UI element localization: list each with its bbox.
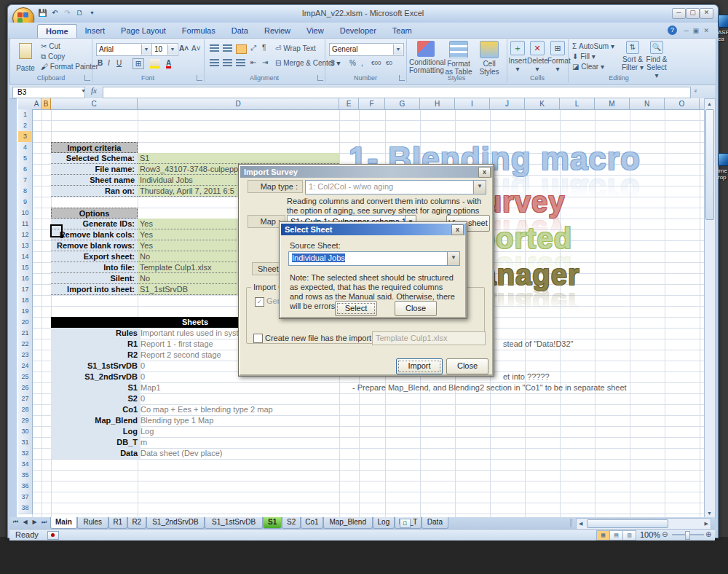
number-format-arrow-icon[interactable]: ▼ bbox=[393, 44, 403, 55]
row-header-36[interactable]: 36 bbox=[18, 481, 33, 492]
ribbon-tab-formulas[interactable]: Formulas bbox=[174, 24, 223, 38]
borders-icon[interactable]: ⊞ bbox=[132, 58, 144, 69]
font-color-icon[interactable]: A bbox=[166, 58, 171, 68]
row-header-16[interactable]: 16 bbox=[18, 273, 33, 285]
paste-button[interactable]: Paste bbox=[15, 42, 36, 71]
number-format-combo[interactable]: General▼ bbox=[329, 43, 404, 56]
create-new-file-textbox[interactable]: Template Culp1.xlsx bbox=[372, 331, 486, 345]
workbook-close-icon[interactable]: ✕ bbox=[703, 27, 709, 34]
row-header-31[interactable]: 31 bbox=[18, 437, 33, 449]
save-icon[interactable]: 💾 bbox=[37, 8, 48, 18]
row-header-23[interactable]: 23 bbox=[18, 350, 33, 361]
page-layout-view-button[interactable]: ▤ bbox=[609, 530, 623, 540]
row-header-13[interactable]: 13 bbox=[18, 240, 33, 252]
prev-sheet-icon[interactable]: ◀ bbox=[20, 517, 30, 527]
map-type-combo-arrow-icon[interactable]: ▼ bbox=[473, 181, 486, 194]
row-header-17[interactable]: 17 bbox=[18, 284, 33, 296]
ribbon-tab-insert[interactable]: Insert bbox=[77, 24, 114, 38]
accounting-format-icon[interactable]: $ ▾ bbox=[331, 58, 340, 68]
row-header-35[interactable]: 35 bbox=[18, 470, 33, 481]
vertical-scrollbar[interactable]: ▲ ▼ bbox=[704, 98, 716, 519]
horizontal-scrollbar[interactable]: ◀ ▶ bbox=[576, 518, 711, 530]
desktop-shortcut-icon[interactable] bbox=[718, 15, 728, 28]
column-header-h[interactable]: H bbox=[420, 98, 455, 110]
decrease-indent-icon[interactable]: ⇤ bbox=[250, 58, 256, 67]
desktop-shortcut-icon[interactable] bbox=[718, 153, 728, 166]
zoom-in-icon[interactable]: ⊕ bbox=[705, 530, 711, 538]
clipboard-dialog-launcher[interactable] bbox=[84, 75, 90, 81]
name-box-arrow-icon[interactable]: ▼ bbox=[81, 88, 86, 93]
import-survey-title-bar[interactable]: Import Survey x bbox=[240, 166, 492, 178]
row-header-5[interactable]: 5 bbox=[18, 153, 33, 165]
cut-button[interactable]: ✂ Cut bbox=[41, 42, 60, 51]
align-left-icon[interactable] bbox=[210, 59, 219, 67]
ribbon-tab-review[interactable]: Review bbox=[256, 24, 298, 38]
column-header-a[interactable]: A bbox=[32, 98, 41, 110]
expand-formula-bar-icon[interactable]: » bbox=[692, 89, 699, 92]
normal-view-button[interactable]: ▦ bbox=[596, 530, 610, 540]
formula-input[interactable] bbox=[103, 87, 691, 98]
row-header-11[interactable]: 11 bbox=[18, 219, 33, 230]
column-header-l[interactable]: L bbox=[560, 98, 595, 110]
row-header-18[interactable]: 18 bbox=[18, 295, 33, 307]
column-header-e[interactable]: E bbox=[339, 98, 359, 110]
autosum-button[interactable]: Σ AutoSum ▾ bbox=[572, 42, 614, 51]
row-header-22[interactable]: 22 bbox=[18, 339, 33, 350]
column-header-f[interactable]: F bbox=[359, 98, 385, 110]
ribbon-tab-team[interactable]: Team bbox=[384, 24, 420, 38]
decrease-decimal-icon[interactable]: €0 bbox=[386, 58, 392, 68]
conditional-formatting-button[interactable]: Conditional Formatting bbox=[409, 41, 443, 74]
copy-button[interactable]: ⧉ Copy bbox=[41, 52, 65, 61]
print-preview-icon[interactable]: 🗋 bbox=[74, 8, 85, 18]
last-sheet-icon[interactable]: ⏭ bbox=[39, 517, 49, 527]
column-header-d[interactable]: D bbox=[138, 98, 339, 110]
zoom-slider-thumb[interactable] bbox=[685, 531, 690, 540]
format-cells-button[interactable]: ⊞ Format ▾ bbox=[547, 41, 568, 73]
font-name-arrow-icon[interactable]: ▼ bbox=[141, 44, 151, 55]
row-header-19[interactable]: 19 bbox=[18, 306, 33, 318]
ribbon-tab-view[interactable]: View bbox=[298, 24, 332, 38]
sheet-tab-map_blend[interactable]: Map_Blend bbox=[323, 517, 373, 529]
horizontal-scroll-thumb[interactable] bbox=[587, 519, 668, 528]
sheet-tab-co1[interactable]: Co1 bbox=[301, 517, 323, 529]
column-header-b[interactable]: B bbox=[41, 98, 51, 110]
italic-icon[interactable]: I bbox=[108, 58, 110, 68]
row-header-2[interactable]: 2 bbox=[18, 120, 33, 132]
scroll-down-icon[interactable]: ▼ bbox=[707, 511, 712, 516]
ribbon-tab-developer[interactable]: Developer bbox=[332, 24, 384, 38]
percent-format-icon[interactable]: % bbox=[349, 58, 356, 68]
active-cell-b3[interactable] bbox=[50, 224, 63, 237]
row-header-3[interactable]: 3 bbox=[18, 131, 33, 143]
workbook-minimize-icon[interactable]: ─ bbox=[684, 27, 689, 34]
import-button[interactable]: Import bbox=[396, 358, 443, 374]
font-name-combo[interactable]: Arial▼ bbox=[96, 43, 152, 56]
scroll-left-icon[interactable]: ◀ bbox=[579, 521, 582, 527]
sheet-tab-s2[interactable]: S2 bbox=[282, 517, 301, 529]
fill-button[interactable]: ⬇ Fill ▾ bbox=[572, 52, 596, 61]
ribbon-tab-data[interactable]: Data bbox=[223, 24, 256, 38]
ribbon-tab-page-layout[interactable]: Page Layout bbox=[113, 24, 174, 38]
select-sheet-close-icon[interactable]: x bbox=[451, 224, 464, 235]
minimize-button[interactable]: ─ bbox=[672, 8, 686, 19]
row-header-38[interactable]: 38 bbox=[18, 503, 33, 514]
scroll-right-icon[interactable]: ▶ bbox=[705, 521, 708, 527]
bold-icon[interactable]: B bbox=[98, 58, 103, 68]
column-header-j[interactable]: J bbox=[490, 98, 525, 110]
number-dialog-launcher[interactable] bbox=[399, 75, 405, 81]
zoom-level[interactable]: 100% bbox=[640, 530, 660, 539]
close-button[interactable]: ✕ bbox=[700, 8, 713, 19]
align-right-icon[interactable] bbox=[236, 59, 245, 67]
sheet-tab-data[interactable]: Data bbox=[422, 517, 448, 529]
row-header-29[interactable]: 29 bbox=[18, 415, 33, 427]
sheet-tab-main[interactable]: Main bbox=[50, 517, 77, 529]
row-header-15[interactable]: 15 bbox=[18, 262, 33, 274]
text-direction-icon[interactable]: ¶ bbox=[262, 43, 266, 52]
close-dialog-button[interactable]: Close bbox=[446, 358, 488, 374]
delete-cells-button[interactable]: ✕ Delete ▾ bbox=[527, 41, 547, 73]
font-size-arrow-icon[interactable]: ▼ bbox=[167, 44, 177, 55]
row-header-30[interactable]: 30 bbox=[18, 426, 33, 438]
row-header-14[interactable]: 14 bbox=[18, 251, 33, 263]
create-new-file-checkbox[interactable] bbox=[253, 334, 263, 343]
row-header-28[interactable]: 28 bbox=[18, 404, 33, 416]
help-icon[interactable]: ? bbox=[668, 25, 677, 35]
